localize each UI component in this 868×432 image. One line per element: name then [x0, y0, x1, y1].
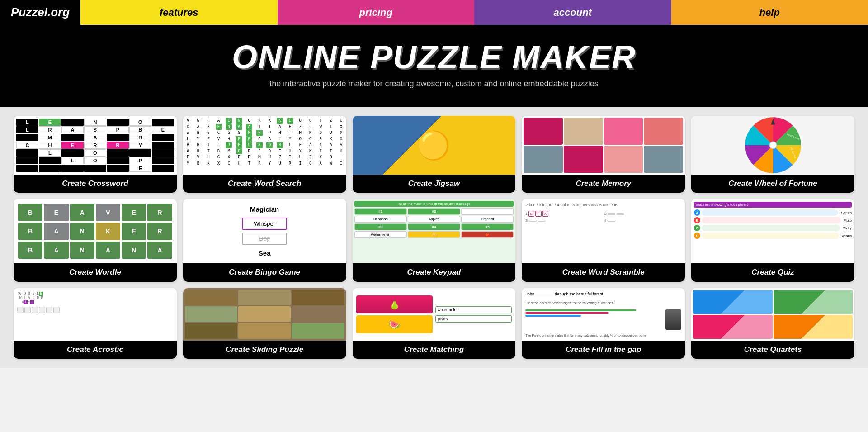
card-jigsaw-label: Create Jigsaw — [353, 175, 516, 193]
card-bingo-label: Create Bingo Game — [183, 263, 346, 281]
thumb-quiz-img: Which of the following is not a planet? … — [691, 199, 854, 263]
card-wordsearch-label: Create Word Search — [183, 175, 346, 193]
card-acrostic[interactable]: 'G O O G LE W I S D O M WIFI Create Acro — [14, 288, 177, 359]
card-wheel[interactable]: Read a book Tic-Tac-Toe Create Wheel of … — [691, 116, 854, 193]
thumb-quartets-img — [691, 288, 854, 341]
navbar: Puzzel.org features pricing account help — [0, 0, 868, 25]
nav-logo[interactable]: Puzzel.org — [0, 0, 80, 25]
card-matching-label: Create Matching — [353, 341, 516, 359]
thumb-scramble-img: 2 kun / 3 ingore / 4 polm / 5 ampersons … — [522, 199, 685, 263]
nav-pricing[interactable]: pricing — [278, 0, 475, 25]
puzzle-grid-container: LENO LRASPBE MAR CHERRY LO LOP E Create … — [0, 107, 868, 368]
card-fillgap[interactable]: John through the beautiful forest. Find … — [522, 288, 685, 359]
thumb-acrostic-img: 'G O O G LE W I S D O M WIFI — [14, 288, 177, 341]
card-matching[interactable]: 🍐 🍉 watermelon pears Create Matching — [353, 288, 516, 359]
card-sliding-label: Create Sliding Puzzle — [183, 341, 346, 359]
card-jigsaw[interactable]: 🟡 Create Jigsaw — [353, 116, 516, 193]
card-bingo[interactable]: Magician Whisper Dog Sea Create Bingo Ga… — [183, 199, 346, 281]
thumb-fillgap-img: John through the beautiful forest. Find … — [522, 288, 685, 341]
hero-subtitle: the interactive puzzle maker for creatin… — [9, 79, 859, 89]
card-quiz-label: Create Quiz — [691, 263, 854, 281]
card-memory[interactable]: Create Memory — [522, 116, 685, 193]
card-fillgap-label: Create Fill in the gap — [522, 341, 685, 359]
thumb-crossword: LENO LRASPBE MAR CHERRY LO LOP E — [14, 116, 177, 175]
svg-point-0 — [769, 142, 777, 149]
card-quartets-label: Create Quartets — [691, 341, 854, 359]
thumb-keypad-img: Hit all the fruits to unlock the hidden … — [353, 199, 516, 263]
thumb-bingo-img: Magician Whisper Dog Sea — [183, 199, 346, 263]
card-scramble[interactable]: 2 kun / 3 ingore / 4 polm / 5 ampersons … — [522, 199, 685, 281]
nav-items: features pricing account help — [80, 0, 868, 25]
puzzle-grid: LENO LRASPBE MAR CHERRY LO LOP E Create … — [14, 116, 854, 359]
thumb-sliding-img — [183, 288, 346, 341]
card-crossword[interactable]: LENO LRASPBE MAR CHERRY LO LOP E Create … — [14, 116, 177, 193]
card-wordsearch[interactable]: VWFAENQRXKEUQFZC OARENAAJIAEZLWIX WBGCGG… — [183, 116, 346, 193]
card-crossword-label: Create Crossword — [14, 175, 177, 193]
hero-title: ONLINE PUZZLE MAKER — [9, 38, 859, 76]
wheel-svg: Read a book Tic-Tac-Toe — [744, 116, 802, 175]
card-quiz[interactable]: Which of the following is not a planet? … — [691, 199, 854, 281]
thumb-memory-img — [522, 116, 685, 175]
thumb-wordsearch-img: VWFAENQRXKEUQFZC OARENAAJIAEZLWIX WBGCGG… — [183, 116, 346, 175]
card-keypad-label: Create Keypad — [353, 263, 516, 281]
card-scramble-label: Create Word Scramble — [522, 263, 685, 281]
card-sliding[interactable]: Create Sliding Puzzle — [183, 288, 346, 359]
card-quartets[interactable]: Create Quartets — [691, 288, 854, 359]
thumb-matching-img: 🍐 🍉 watermelon pears — [353, 288, 516, 341]
card-wheel-label: Create Wheel of Fortune — [691, 175, 854, 193]
thumb-wheel-img: Read a book Tic-Tac-Toe — [691, 116, 854, 175]
hero-section: ONLINE PUZZLE MAKER the interactive puzz… — [0, 25, 868, 107]
nav-account[interactable]: account — [474, 0, 671, 25]
thumb-jigsaw-img: 🟡 — [353, 116, 516, 175]
card-wordle-label: Create Wordle — [14, 263, 177, 281]
nav-help[interactable]: help — [671, 0, 868, 25]
card-acrostic-label: Create Acrostic — [14, 341, 177, 359]
card-memory-label: Create Memory — [522, 175, 685, 193]
nav-features[interactable]: features — [80, 0, 278, 25]
card-wordle[interactable]: BEAVER BANKER BANANA Create Wordle — [14, 199, 177, 281]
thumb-wordle-img: BEAVER BANKER BANANA — [14, 199, 177, 263]
card-keypad[interactable]: Hit all the fruits to unlock the hidden … — [353, 199, 516, 281]
